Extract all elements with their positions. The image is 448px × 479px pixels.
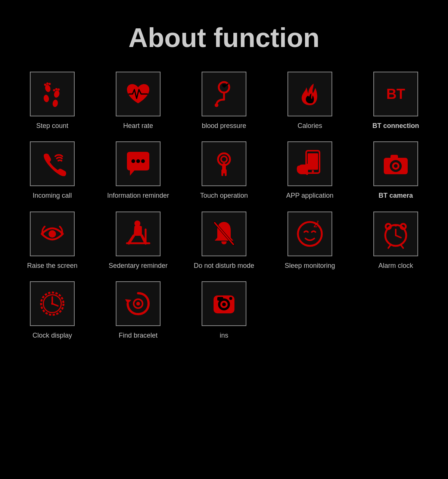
clock-display-icon-box <box>30 281 75 326</box>
svg-line-37 <box>129 236 134 243</box>
svg-rect-53 <box>394 224 397 226</box>
feature-sedentary-reminder: Sedentary reminder <box>103 212 174 270</box>
calories-label: Calories <box>298 122 322 130</box>
touch-operation-label: Touch operation <box>200 191 248 200</box>
feature-raise-screen: Raise the screen <box>17 212 88 270</box>
svg-line-48 <box>396 235 401 238</box>
calories-icon <box>295 79 325 109</box>
svg-point-4 <box>44 84 46 86</box>
step-count-icon-box <box>30 72 75 116</box>
svg-rect-67 <box>217 297 223 301</box>
feature-do-not-disturb: Do not disturb mode <box>189 212 259 270</box>
blood-pressure-icon <box>209 79 239 109</box>
svg-rect-23 <box>308 153 318 170</box>
svg-point-14 <box>131 159 135 163</box>
alarm-clock-label: Alarm clock <box>378 262 413 270</box>
feature-ins: ins <box>189 281 259 340</box>
find-bracelet-icon <box>123 289 153 319</box>
blood-pressure-icon-box <box>202 72 246 116</box>
app-application-icon-box <box>287 141 332 186</box>
svg-point-24 <box>312 170 314 172</box>
raise-screen-label: Raise the screen <box>27 262 77 270</box>
svg-point-6 <box>49 83 51 85</box>
svg-point-8 <box>55 88 57 90</box>
sedentary-reminder-icon-box <box>116 212 161 256</box>
svg-point-9 <box>57 88 60 91</box>
svg-point-66 <box>229 297 232 300</box>
information-reminder-icon <box>123 149 153 179</box>
svg-point-12 <box>215 103 218 107</box>
do-not-disturb-icon <box>209 219 239 249</box>
app-application-label: APP application <box>286 191 334 200</box>
svg-point-50 <box>401 224 406 229</box>
incoming-call-label: Incoming call <box>32 191 72 200</box>
heart-rate-icon <box>123 79 153 109</box>
information-reminder-label: Information reminder <box>107 191 169 200</box>
svg-point-2 <box>43 94 49 103</box>
feature-bt-connection: BT BT connection <box>360 72 431 130</box>
bt-connection-label: BT connection <box>373 122 419 130</box>
feature-app-application: APP application <box>274 141 345 200</box>
feature-information-reminder: Information reminder <box>103 141 174 200</box>
svg-point-15 <box>136 159 140 163</box>
feature-alarm-clock: Alarm clock <box>360 212 431 270</box>
app-application-icon <box>295 149 325 179</box>
blood-pressure-label: blood pressure <box>202 122 246 130</box>
do-not-disturb-label: Do not disturb mode <box>194 262 254 270</box>
feature-incoming-call: Incoming call <box>17 141 88 200</box>
svg-point-61 <box>136 302 140 306</box>
svg-line-52 <box>401 245 403 248</box>
svg-point-49 <box>386 224 391 229</box>
do-not-disturb-icon-box <box>202 212 246 256</box>
svg-point-5 <box>46 82 49 85</box>
heart-rate-label: Heart rate <box>123 122 153 130</box>
feature-sleep-monitoring: Z z Sleep monitoring <box>274 212 345 270</box>
sleep-monitoring-icon-box: Z z <box>287 212 332 256</box>
svg-rect-20 <box>221 169 223 176</box>
touch-operation-icon-box <box>202 141 246 186</box>
svg-text:z: z <box>317 219 319 225</box>
find-bracelet-icon-box <box>116 281 161 326</box>
alarm-clock-icon-box <box>373 212 418 256</box>
svg-point-33 <box>51 232 54 235</box>
features-grid: Step count Heart rate <box>2 72 446 363</box>
bt-camera-icon-box <box>373 141 418 186</box>
svg-marker-59 <box>125 299 131 304</box>
incoming-call-icon <box>37 149 67 179</box>
raise-screen-icon-box <box>30 212 75 256</box>
svg-point-16 <box>141 159 145 163</box>
sedentary-reminder-label: Sedentary reminder <box>109 262 168 270</box>
feature-step-count: Step count <box>17 72 88 130</box>
svg-rect-25 <box>306 164 308 175</box>
svg-rect-21 <box>225 169 227 176</box>
touch-operation-icon <box>209 149 239 179</box>
feature-blood-pressure: blood pressure <box>189 72 259 130</box>
svg-point-58 <box>51 303 53 305</box>
svg-line-51 <box>388 245 391 248</box>
bt-connection-icon-box: BT <box>373 72 418 116</box>
incoming-call-icon-box <box>30 141 75 186</box>
svg-point-18 <box>221 156 227 162</box>
alarm-clock-icon <box>381 219 411 249</box>
clock-display-label: Clock display <box>32 331 72 340</box>
feature-calories: Calories <box>274 72 345 130</box>
svg-point-7 <box>53 89 55 91</box>
svg-rect-30 <box>391 155 398 159</box>
feature-touch-operation: Touch operation <box>189 141 259 200</box>
feature-heart-rate: Heart rate <box>103 72 174 130</box>
svg-point-43 <box>298 222 322 246</box>
bt-camera-label: BT camera <box>379 191 413 200</box>
svg-rect-31 <box>401 159 405 162</box>
svg-point-65 <box>222 303 226 306</box>
feature-bt-camera: BT camera <box>360 141 431 200</box>
ins-icon-box <box>202 281 246 326</box>
page-title: About function <box>128 22 320 53</box>
step-count-label: Step count <box>36 122 68 130</box>
svg-point-3 <box>52 99 58 107</box>
step-count-icon <box>37 79 67 109</box>
feature-find-bracelet: Find bracelet <box>103 281 174 340</box>
bt-camera-icon <box>381 149 411 179</box>
find-bracelet-label: Find bracelet <box>119 331 158 340</box>
calories-icon-box <box>287 72 332 116</box>
svg-point-29 <box>394 164 398 168</box>
